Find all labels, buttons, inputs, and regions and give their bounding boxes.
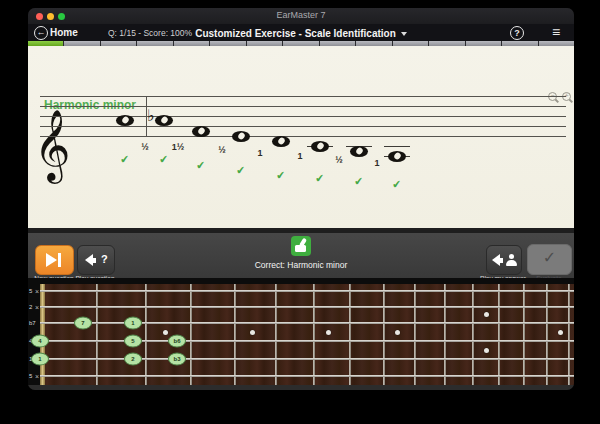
fret-wire: [349, 284, 351, 385]
interval-label: 1: [374, 158, 379, 168]
fret-wire: [275, 284, 277, 385]
string-wire[interactable]: [40, 306, 574, 308]
whole-note[interactable]: [116, 115, 134, 126]
treble-clef-icon: 𝄞: [34, 114, 71, 176]
interval-label: 1½: [172, 142, 185, 152]
window-bottom-edge: [28, 385, 574, 390]
string-wire[interactable]: [40, 340, 574, 342]
feedback-message: Correct: Harmonic minor: [28, 260, 574, 270]
open-string-label: b7: [29, 320, 36, 326]
muted-string-icon: ×: [35, 304, 39, 311]
scale-degree-dot[interactable]: b3: [168, 353, 186, 366]
string-wire[interactable]: [40, 322, 574, 324]
muted-string-icon: ×: [35, 373, 39, 380]
fret-wire: [523, 284, 525, 385]
thumbs-up-icon: [291, 236, 311, 256]
check-icon: ✔: [119, 153, 130, 167]
exercise-title-label: Customized Exercise - Scale Identificati…: [195, 28, 396, 39]
help-button[interactable]: ?: [510, 26, 524, 40]
interval-label: ½: [335, 155, 343, 165]
control-bar: New question ? Play question Play my ans…: [28, 233, 574, 278]
staff-line: [40, 106, 566, 107]
whole-note[interactable]: [272, 136, 290, 147]
string-wire[interactable]: [40, 290, 574, 291]
staff-line: [40, 136, 566, 137]
open-string-label: 5: [29, 288, 32, 294]
top-toolbar: ← Home Q: 1/15 - Score: 100% Customized …: [28, 24, 574, 41]
fret-wire: [498, 284, 500, 385]
fret-wire: [383, 284, 385, 385]
inlay-dot: [250, 330, 255, 335]
fret-wire: [546, 284, 548, 385]
scale-degree-dot[interactable]: 5: [124, 335, 142, 348]
chevron-down-icon: [401, 32, 407, 36]
whole-note[interactable]: [155, 115, 173, 126]
string-wire[interactable]: [40, 358, 574, 360]
fret-wire: [568, 284, 570, 385]
interval-label: ½: [141, 142, 149, 152]
open-string-label: 5: [29, 373, 32, 379]
menu-button[interactable]: ≡: [552, 24, 560, 40]
inlay-dot: [326, 330, 331, 335]
scale-degree-dot[interactable]: 1: [124, 317, 142, 330]
exercise-title-dropdown[interactable]: Customized Exercise - Scale Identificati…: [28, 28, 574, 39]
string-wire[interactable]: [40, 375, 574, 377]
fret-wire: [234, 284, 236, 385]
inlay-dot: [395, 330, 400, 335]
fret-wire: [145, 284, 147, 385]
scale-degree-dot[interactable]: b6: [168, 335, 186, 348]
app-window: EarMaster 7 ← Home Q: 1/15 - Score: 100%…: [28, 8, 574, 390]
scale-degree-dot[interactable]: 1: [31, 353, 49, 366]
notation-area: Harmonic minor 𝄞 − + ♭✔✔✔✔✔✔✔✔½1½½11½1: [28, 46, 574, 228]
fret-wire: [190, 284, 192, 385]
fretboard-wood: [40, 284, 574, 385]
fret-wire: [414, 284, 416, 385]
screen: EarMaster 7 ← Home Q: 1/15 - Score: 100%…: [0, 0, 600, 424]
whole-note[interactable]: [350, 146, 368, 157]
muted-string-icon: ×: [35, 288, 39, 295]
whole-note[interactable]: [192, 126, 210, 137]
check-icon: ✔: [391, 178, 402, 192]
ledger-line: [384, 146, 410, 147]
inlay-dot: [484, 312, 489, 317]
check-icon: ✔: [158, 153, 169, 167]
interval-label: 1: [297, 151, 302, 161]
interval-label: ½: [218, 145, 226, 155]
staff-line: [40, 126, 566, 127]
open-string-label: 2: [29, 304, 32, 310]
check-icon: ✔: [314, 172, 325, 186]
whole-note[interactable]: [311, 141, 329, 152]
fret-wire: [472, 284, 474, 385]
inlay-dot: [163, 330, 168, 335]
fret-wire: [313, 284, 315, 385]
check-icon: ✔: [275, 169, 286, 183]
interval-label: 1: [257, 148, 262, 158]
check-icon: ✔: [235, 164, 246, 178]
inlay-dot: [558, 330, 563, 335]
fret-wire: [444, 284, 446, 385]
fret-wire: [96, 284, 98, 385]
window-title: EarMaster 7: [28, 10, 574, 20]
inlay-dot: [484, 348, 489, 353]
scale-degree-dot[interactable]: 7: [74, 317, 92, 330]
staff-line: [40, 96, 566, 97]
title-bar[interactable]: EarMaster 7: [28, 8, 574, 24]
check-icon: ✔: [195, 159, 206, 173]
scale-degree-dot[interactable]: 2: [124, 353, 142, 366]
whole-note[interactable]: [232, 131, 250, 142]
flat-accidental-icon: ♭: [147, 108, 155, 124]
whole-note[interactable]: [388, 151, 406, 162]
guitar-fretboard[interactable]: 52b7415×××417152b6b3: [28, 284, 574, 385]
scale-degree-dot[interactable]: 4: [31, 335, 49, 348]
check-icon: ✔: [353, 175, 364, 189]
